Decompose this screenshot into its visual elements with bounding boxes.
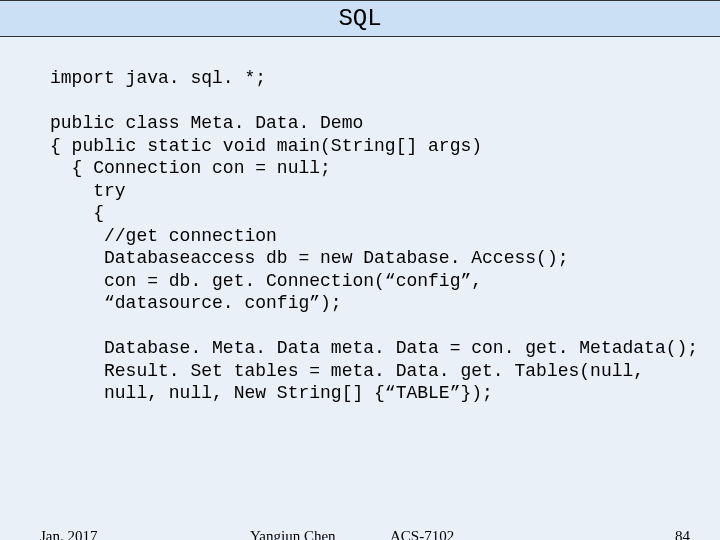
slide-title: SQL	[0, 0, 720, 37]
footer-page: 84	[675, 528, 690, 540]
code-content: import java. sql. *; public class Meta. …	[0, 37, 720, 405]
footer-course: ACS-7102	[390, 528, 454, 540]
footer-date: Jan. 2017	[40, 528, 98, 540]
footer-author: Yangjun Chen	[250, 528, 336, 540]
